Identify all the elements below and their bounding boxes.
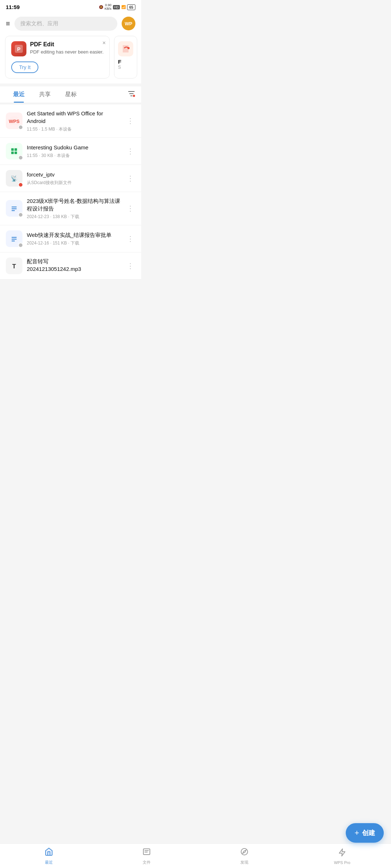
badge-5 — [18, 243, 23, 248]
svg-rect-15 — [12, 208, 17, 209]
pdf-edit-icon: P — [14, 44, 24, 54]
file-meta-3: 从SDcard接收到新文件 — [27, 180, 121, 186]
badge-3 — [18, 182, 23, 187]
tab-shared[interactable]: 共享 — [32, 86, 58, 103]
search-bar[interactable]: 搜索文档、应用 — [14, 17, 117, 31]
file-info-2: Interesting Sudoku Game 11:55 · 30 KB · … — [27, 144, 121, 159]
file-info-1: Get Started with WPS Office for Android … — [27, 110, 121, 132]
file-meta-4: 2024-12-23 · 138 KB · 下载 — [27, 214, 121, 220]
svg-rect-7 — [11, 148, 14, 151]
svg-rect-19 — [12, 239, 17, 240]
partial-card-icon — [118, 41, 133, 56]
svg-rect-16 — [12, 210, 15, 211]
file-name-2: Interesting Sudoku Game — [27, 144, 121, 151]
promo-card-header: P PDF Edit PDF editing has never been ea… — [11, 41, 104, 56]
svg-rect-14 — [12, 207, 17, 208]
svg-point-3 — [133, 95, 135, 97]
svg-rect-10 — [14, 152, 17, 154]
svg-text:T: T — [12, 263, 16, 270]
file-meta-1: 11:55 · 1.5 MB · 本设备 — [27, 126, 121, 132]
badge-1 — [18, 125, 23, 130]
file-icon-wrap-1: WPS — [6, 112, 22, 129]
file-name-1: Get Started with WPS Office for Android — [27, 110, 121, 125]
svg-rect-6 — [10, 147, 18, 156]
file-list: WPS Get Started with WPS Office for Andr… — [0, 105, 141, 280]
file-icon-6: T — [6, 258, 22, 274]
promo-scroll: × P PDF Edit PDF editing has never been … — [0, 36, 141, 84]
file-more-3[interactable]: ⋮ — [125, 173, 135, 184]
file-more-1[interactable]: ⋮ — [125, 115, 135, 127]
file-item-5[interactable]: Web快速开发实战_结课报告审批单 2024-12-16 · 151 KB · … — [0, 225, 141, 252]
tab-recent[interactable]: 最近 — [6, 86, 32, 103]
file-item-6[interactable]: T 配音转写20241213051242.mp3 ⋮ — [0, 252, 141, 280]
file-name-5: Web快速开发实战_结课报告审批单 — [27, 231, 121, 239]
promo-card-partial: F S — [114, 36, 137, 78]
tabs-container: 最近 共享 星标 — [0, 86, 141, 103]
badge-2 — [18, 155, 23, 160]
file-more-6[interactable]: ⋮ — [125, 260, 135, 272]
promo-description: PDF editing has never been easier. — [30, 49, 104, 55]
svg-point-2 — [127, 47, 130, 49]
file-more-2[interactable]: ⋮ — [125, 145, 135, 157]
file-info-6: 配音转写20241213051242.mp3 — [27, 258, 121, 274]
filter-icon[interactable] — [127, 87, 135, 102]
file-info-3: forcetv_iptv 从SDcard接收到新文件 — [27, 171, 121, 186]
mute-icon: 🔕 — [99, 5, 103, 9]
promo-app-name: PDF Edit — [30, 41, 104, 48]
tab-starred[interactable]: 星标 — [58, 86, 84, 103]
svg-rect-20 — [12, 241, 15, 242]
file-more-5[interactable]: ⋮ — [125, 233, 135, 244]
network-speed: 0.90KB/s — [105, 4, 112, 11]
hd-icon: HD — [113, 5, 120, 9]
file-info-4: 2023级X班学号姓名-数据结构与算法课程设计报告 2024-12-23 · 1… — [27, 197, 121, 220]
svg-rect-18 — [12, 237, 17, 238]
promo-card-pdf: × P PDF Edit PDF editing has never been … — [5, 36, 110, 78]
file-more-4[interactable]: ⋮ — [125, 203, 135, 214]
status-icons: 🔕 0.90KB/s HD 📶 65 — [99, 4, 135, 11]
search-placeholder: 搜索文档、应用 — [20, 20, 58, 27]
signal-icon: 📶 — [121, 5, 126, 9]
battery-icon: 65 — [127, 4, 135, 10]
file-name-4: 2023级X班学号姓名-数据结构与算法课程设计报告 — [27, 197, 121, 212]
avatar[interactable]: WP — [122, 17, 135, 30]
badge-4 — [18, 212, 23, 217]
file-item-4[interactable]: 2023级X班学号姓名-数据结构与算法课程设计报告 2024-12-23 · 1… — [0, 192, 141, 225]
file-name-3: forcetv_iptv — [27, 171, 121, 178]
file-item-3[interactable]: 📡 forcetv_iptv 从SDcard接收到新文件 ⋮ — [0, 165, 141, 192]
status-bar: 11:59 🔕 0.90KB/s HD 📶 65 — [0, 0, 141, 13]
partial-card-sub: S — [118, 65, 133, 70]
file-name-6: 配音转写20241213051242.mp3 — [27, 258, 121, 273]
file-item-2[interactable]: Interesting Sudoku Game 11:55 · 30 KB · … — [0, 138, 141, 165]
file-info-5: Web快速开发实战_结课报告审批单 2024-12-16 · 151 KB · … — [27, 231, 121, 246]
status-time: 11:59 — [6, 4, 20, 10]
file-icon-wrap-4 — [6, 200, 22, 217]
svg-text:📡: 📡 — [10, 175, 18, 182]
promo-app-icon: P — [11, 41, 26, 56]
menu-icon[interactable]: ≡ — [6, 20, 10, 28]
partial-icon-svg — [121, 44, 131, 54]
try-it-button[interactable]: Try It — [11, 61, 38, 73]
file-meta-2: 11:55 · 30 KB · 本设备 — [27, 153, 121, 159]
search-container: ≡ 搜索文档、应用 WP — [0, 13, 141, 36]
file-icon-wrap-2 — [6, 143, 22, 159]
svg-text:WPS: WPS — [9, 119, 20, 124]
promo-text-block: PDF Edit PDF editing has never been easi… — [30, 41, 104, 55]
svg-text:P: P — [17, 46, 20, 52]
file-icon-wrap-6: T — [6, 258, 22, 274]
promo-close-button[interactable]: × — [102, 40, 106, 46]
partial-card-letter: F — [118, 59, 133, 65]
svg-rect-9 — [11, 152, 14, 154]
file-icon-wrap-5 — [6, 230, 22, 247]
svg-rect-8 — [14, 148, 17, 151]
file-icon-wrap-3: 📡 — [6, 170, 22, 187]
file-item-1[interactable]: WPS Get Started with WPS Office for Andr… — [0, 105, 141, 138]
file-meta-5: 2024-12-16 · 151 KB · 下载 — [27, 240, 121, 246]
